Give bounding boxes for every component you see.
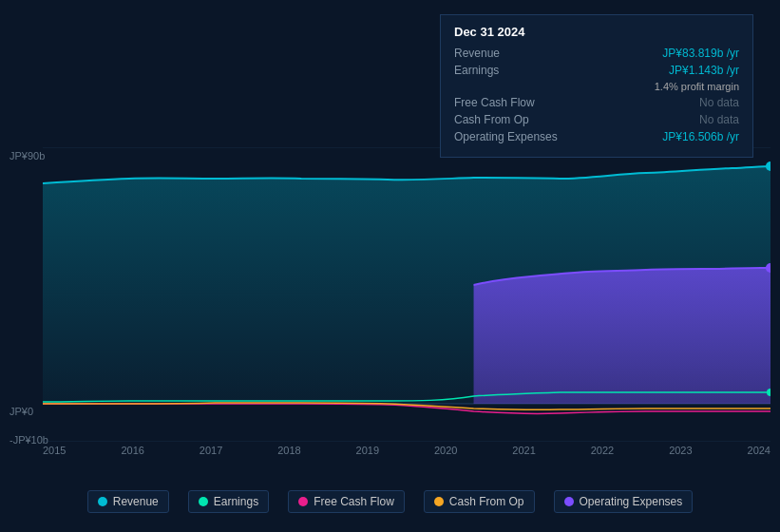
x-label-2015: 2015 bbox=[43, 445, 66, 456]
info-title: Dec 31 2024 bbox=[454, 25, 739, 39]
y-label-zero: JP¥0 bbox=[10, 406, 33, 417]
operating-expenses-value: JP¥16.506b /yr bbox=[662, 130, 739, 143]
operating-expenses-row: Operating Expenses JP¥16.506b /yr bbox=[454, 130, 739, 143]
x-label-2023: 2023 bbox=[669, 445, 692, 456]
legend-earnings[interactable]: Earnings bbox=[188, 490, 269, 513]
opex-area bbox=[474, 268, 770, 404]
x-label-2021: 2021 bbox=[512, 445, 535, 456]
legend-cashop[interactable]: Cash From Op bbox=[424, 490, 535, 513]
x-axis-labels: 2015 2016 2017 2018 2019 2020 2021 2022 … bbox=[43, 445, 770, 456]
free-cash-flow-row: Free Cash Flow No data bbox=[454, 96, 739, 109]
free-cash-flow-label: Free Cash Flow bbox=[454, 96, 578, 109]
x-label-2016: 2016 bbox=[121, 445, 143, 456]
x-label-2020: 2020 bbox=[434, 445, 457, 456]
earnings-label: Earnings bbox=[454, 64, 578, 77]
legend-label-opex: Operating Expenses bbox=[580, 495, 683, 508]
x-label-2019: 2019 bbox=[356, 445, 379, 456]
legend-dot-opex bbox=[564, 497, 574, 506]
info-tooltip: Dec 31 2024 Revenue JP¥83.819b /yr Earni… bbox=[440, 14, 753, 158]
revenue-row: Revenue JP¥83.819b /yr bbox=[454, 47, 739, 60]
cash-from-op-value: No data bbox=[699, 113, 739, 126]
x-label-2018: 2018 bbox=[277, 445, 300, 456]
x-label-2024: 2024 bbox=[748, 445, 770, 456]
chart-legend: Revenue Earnings Free Cash Flow Cash Fro… bbox=[0, 490, 780, 513]
legend-label-revenue: Revenue bbox=[113, 495, 159, 508]
chart-svg bbox=[43, 147, 770, 442]
legend-dot-fcf bbox=[298, 497, 308, 506]
x-label-2017: 2017 bbox=[200, 445, 222, 456]
legend-fcf[interactable]: Free Cash Flow bbox=[288, 490, 405, 513]
cash-from-op-label: Cash From Op bbox=[454, 113, 578, 126]
legend-dot-earnings bbox=[199, 497, 208, 506]
cash-from-op-row: Cash From Op No data bbox=[454, 113, 739, 126]
legend-opex[interactable]: Operating Expenses bbox=[554, 490, 694, 513]
free-cash-flow-value: No data bbox=[699, 96, 739, 109]
earnings-row: Earnings JP¥1.143b /yr bbox=[454, 64, 739, 77]
x-label-2022: 2022 bbox=[591, 445, 614, 456]
legend-revenue[interactable]: Revenue bbox=[87, 490, 169, 513]
y-label-top: JP¥90b bbox=[10, 150, 45, 162]
profit-margin: 1.4% profit margin bbox=[578, 81, 739, 92]
legend-dot-revenue bbox=[98, 497, 107, 506]
revenue-value: JP¥83.819b /yr bbox=[662, 47, 739, 60]
operating-expenses-label: Operating Expenses bbox=[454, 130, 578, 143]
legend-label-cashop: Cash From Op bbox=[449, 495, 524, 508]
legend-label-earnings: Earnings bbox=[214, 495, 258, 508]
legend-label-fcf: Free Cash Flow bbox=[314, 495, 394, 508]
earnings-value: JP¥1.143b /yr bbox=[669, 64, 739, 77]
legend-dot-cashop bbox=[434, 497, 444, 506]
revenue-label: Revenue bbox=[454, 47, 578, 60]
